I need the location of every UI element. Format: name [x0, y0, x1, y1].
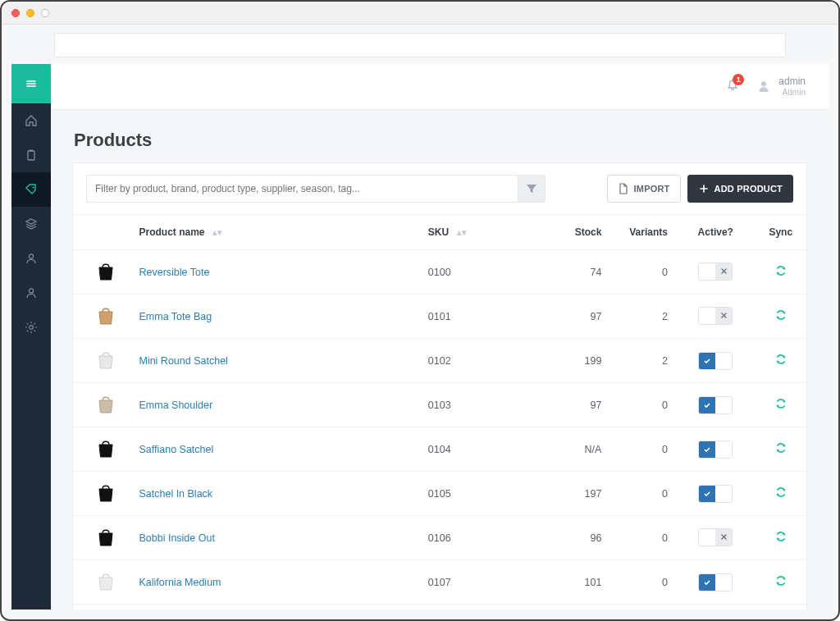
active-toggle[interactable]	[698, 573, 733, 591]
svg-line-14	[34, 331, 35, 331]
variants-cell: 0	[609, 472, 676, 516]
product-thumbnail	[94, 260, 117, 281]
svg-line-15	[27, 331, 28, 331]
add-product-button[interactable]: ADD PRODUCT	[687, 175, 793, 203]
user-icon	[25, 252, 38, 265]
col-stock-header[interactable]: Stock	[537, 215, 610, 250]
sync-button[interactable]	[775, 312, 787, 323]
svg-line-16	[34, 323, 35, 324]
product-thumbnail	[94, 570, 117, 591]
svg-point-6	[29, 254, 33, 258]
notification-badge: 1	[733, 74, 744, 85]
sidebar-item-home[interactable]	[11, 103, 51, 138]
product-thumbnail	[94, 393, 117, 414]
funnel-icon	[526, 183, 537, 194]
sku-cell: 0100	[420, 250, 537, 295]
filter-input[interactable]	[86, 175, 518, 203]
active-toggle[interactable]	[698, 396, 733, 414]
variants-cell: 0	[609, 516, 676, 560]
table-row: Kalifornia Medium01071010	[73, 560, 806, 605]
stock-cell: 74	[537, 250, 610, 295]
sku-cell: 0102	[420, 339, 537, 383]
active-toggle[interactable]	[698, 263, 733, 281]
url-bar[interactable]	[54, 33, 786, 57]
avatar-icon	[757, 80, 770, 93]
import-button[interactable]: IMPORT	[607, 175, 681, 203]
stock-cell: 97	[537, 383, 610, 427]
sync-button[interactable]	[775, 533, 787, 545]
gear-icon	[25, 321, 38, 334]
product-name-link[interactable]: Reversible Tote	[139, 267, 209, 278]
product-thumbnail	[94, 482, 117, 503]
stock-cell: N/A	[537, 427, 610, 472]
sidebar-item-products[interactable]	[11, 172, 51, 207]
active-toggle[interactable]	[698, 441, 733, 459]
product-thumbnail	[94, 349, 117, 370]
user-menu[interactable]: admin Admin	[757, 76, 806, 97]
maximize-dot-icon[interactable]	[41, 9, 49, 17]
sync-button[interactable]	[775, 489, 787, 500]
col-variants-header[interactable]: Variants	[609, 215, 676, 250]
svg-point-5	[32, 186, 34, 188]
close-dot-icon[interactable]	[11, 9, 20, 17]
sku-cell: 0106	[420, 516, 537, 560]
sku-cell: 0103	[420, 383, 537, 427]
product-name-link[interactable]: Kalifornia Medium	[139, 577, 221, 588]
variants-cell: 0	[609, 250, 676, 295]
col-sync-header: Sync	[756, 215, 806, 250]
stock-cell: 101	[537, 560, 610, 605]
variants-cell: 0	[609, 383, 676, 427]
product-name-link[interactable]: Bobbi Inside Out	[139, 532, 214, 544]
active-toggle[interactable]	[698, 485, 733, 503]
active-toggle[interactable]	[698, 528, 733, 546]
stock-cell: 197	[537, 472, 610, 516]
add-product-button-label: ADD PRODUCT	[714, 184, 783, 194]
window-titlebar	[2, 2, 838, 25]
sku-cell: 0104	[420, 427, 537, 472]
sync-button[interactable]	[775, 267, 787, 279]
filter-button[interactable]	[518, 175, 546, 203]
product-name-link[interactable]: Emma Shoulder	[139, 400, 212, 411]
product-thumbnail	[94, 304, 117, 326]
sku-cell: 0105	[420, 472, 537, 516]
product-name-link[interactable]: Emma Tote Bag	[139, 311, 212, 322]
col-name-header[interactable]: Product name ▴▾	[130, 215, 419, 250]
home-icon	[25, 114, 38, 127]
stock-cell: 97	[537, 295, 610, 339]
product-name-link[interactable]: Saffiano Satchel	[139, 444, 213, 455]
sidebar-item-users[interactable]	[11, 276, 51, 310]
table-row: Mini Round Satchel01021992	[73, 339, 806, 383]
sidebar-item-inventory[interactable]	[11, 207, 51, 241]
table-row: Emma Tote Bag0101972	[73, 295, 806, 339]
sidebar-item-clipboard[interactable]	[11, 138, 51, 172]
menu-toggle-button[interactable]	[11, 64, 51, 103]
tag-icon	[25, 183, 38, 196]
product-name-link[interactable]: Mini Round Satchel	[139, 355, 227, 367]
svg-point-17	[761, 82, 766, 87]
sidebar-item-customers[interactable]	[11, 241, 51, 276]
active-toggle[interactable]	[698, 307, 733, 325]
stock-cell: 199	[537, 339, 610, 383]
table-row: Saffiano Satchel0104N/A0	[73, 427, 806, 472]
col-sku-header[interactable]: SKU ▴▾	[420, 215, 537, 250]
variants-cell: 0	[609, 560, 676, 605]
table-row: Satchel In Black01051970	[73, 472, 806, 516]
sort-icon: ▴▾	[212, 227, 222, 237]
minimize-dot-icon[interactable]	[26, 9, 34, 17]
col-thumb-header	[73, 215, 130, 250]
products-table: Product name ▴▾ SKU ▴▾ Stock Variants Ac…	[73, 214, 806, 605]
sync-button[interactable]	[775, 578, 787, 589]
user-name-label: admin	[778, 76, 806, 88]
page-title: Products	[74, 130, 806, 151]
sync-button[interactable]	[775, 445, 787, 456]
clipboard-icon	[25, 148, 38, 162]
notifications-button[interactable]: 1	[726, 79, 739, 95]
sidebar-item-settings[interactable]	[11, 310, 51, 345]
table-row: Emma Shoulder0103970	[73, 383, 806, 427]
active-toggle[interactable]	[698, 352, 733, 370]
plus-icon	[698, 183, 710, 194]
svg-rect-4	[30, 150, 33, 152]
sync-button[interactable]	[775, 400, 787, 412]
product-name-link[interactable]: Satchel In Black	[139, 488, 212, 500]
sync-button[interactable]	[775, 356, 787, 368]
